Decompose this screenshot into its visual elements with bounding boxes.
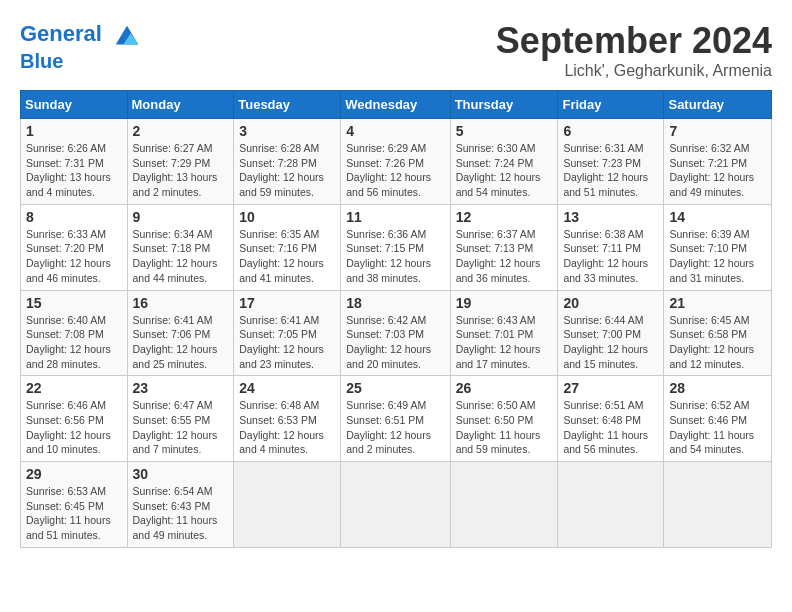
day-info: Sunrise: 6:54 AMSunset: 6:43 PMDaylight:… xyxy=(133,484,229,543)
page-header: General Blue September 2024 Lichk', Gegh… xyxy=(20,20,772,80)
calendar-cell xyxy=(450,462,558,548)
day-info: Sunrise: 6:35 AMSunset: 7:16 PMDaylight:… xyxy=(239,227,335,286)
logo: General Blue xyxy=(20,20,142,72)
week-row-0: 1Sunrise: 6:26 AMSunset: 7:31 PMDaylight… xyxy=(21,119,772,205)
day-info: Sunrise: 6:37 AMSunset: 7:13 PMDaylight:… xyxy=(456,227,553,286)
day-number: 4 xyxy=(346,123,444,139)
day-info: Sunrise: 6:33 AMSunset: 7:20 PMDaylight:… xyxy=(26,227,122,286)
day-number: 13 xyxy=(563,209,658,225)
day-number: 20 xyxy=(563,295,658,311)
calendar-cell: 25Sunrise: 6:49 AMSunset: 6:51 PMDayligh… xyxy=(341,376,450,462)
calendar-cell: 3Sunrise: 6:28 AMSunset: 7:28 PMDaylight… xyxy=(234,119,341,205)
day-number: 16 xyxy=(133,295,229,311)
calendar-cell: 19Sunrise: 6:43 AMSunset: 7:01 PMDayligh… xyxy=(450,290,558,376)
day-info: Sunrise: 6:26 AMSunset: 7:31 PMDaylight:… xyxy=(26,141,122,200)
day-info: Sunrise: 6:52 AMSunset: 6:46 PMDaylight:… xyxy=(669,398,766,457)
day-info: Sunrise: 6:41 AMSunset: 7:05 PMDaylight:… xyxy=(239,313,335,372)
day-info: Sunrise: 6:48 AMSunset: 6:53 PMDaylight:… xyxy=(239,398,335,457)
logo-icon xyxy=(112,20,142,50)
day-number: 5 xyxy=(456,123,553,139)
day-info: Sunrise: 6:28 AMSunset: 7:28 PMDaylight:… xyxy=(239,141,335,200)
calendar-cell: 14Sunrise: 6:39 AMSunset: 7:10 PMDayligh… xyxy=(664,204,772,290)
day-info: Sunrise: 6:50 AMSunset: 6:50 PMDaylight:… xyxy=(456,398,553,457)
calendar-cell: 15Sunrise: 6:40 AMSunset: 7:08 PMDayligh… xyxy=(21,290,128,376)
calendar-cell: 26Sunrise: 6:50 AMSunset: 6:50 PMDayligh… xyxy=(450,376,558,462)
day-number: 22 xyxy=(26,380,122,396)
day-number: 18 xyxy=(346,295,444,311)
day-info: Sunrise: 6:53 AMSunset: 6:45 PMDaylight:… xyxy=(26,484,122,543)
calendar-cell: 7Sunrise: 6:32 AMSunset: 7:21 PMDaylight… xyxy=(664,119,772,205)
calendar-cell: 30Sunrise: 6:54 AMSunset: 6:43 PMDayligh… xyxy=(127,462,234,548)
day-info: Sunrise: 6:34 AMSunset: 7:18 PMDaylight:… xyxy=(133,227,229,286)
calendar-cell: 11Sunrise: 6:36 AMSunset: 7:15 PMDayligh… xyxy=(341,204,450,290)
day-info: Sunrise: 6:30 AMSunset: 7:24 PMDaylight:… xyxy=(456,141,553,200)
calendar-cell: 10Sunrise: 6:35 AMSunset: 7:16 PMDayligh… xyxy=(234,204,341,290)
header-sunday: Sunday xyxy=(21,91,128,119)
day-number: 3 xyxy=(239,123,335,139)
header-saturday: Saturday xyxy=(664,91,772,119)
calendar-cell: 12Sunrise: 6:37 AMSunset: 7:13 PMDayligh… xyxy=(450,204,558,290)
calendar-cell: 28Sunrise: 6:52 AMSunset: 6:46 PMDayligh… xyxy=(664,376,772,462)
day-info: Sunrise: 6:31 AMSunset: 7:23 PMDaylight:… xyxy=(563,141,658,200)
day-info: Sunrise: 6:29 AMSunset: 7:26 PMDaylight:… xyxy=(346,141,444,200)
day-info: Sunrise: 6:45 AMSunset: 6:58 PMDaylight:… xyxy=(669,313,766,372)
day-info: Sunrise: 6:47 AMSunset: 6:55 PMDaylight:… xyxy=(133,398,229,457)
calendar-cell xyxy=(558,462,664,548)
header-wednesday: Wednesday xyxy=(341,91,450,119)
day-number: 8 xyxy=(26,209,122,225)
header-monday: Monday xyxy=(127,91,234,119)
day-number: 2 xyxy=(133,123,229,139)
day-info: Sunrise: 6:46 AMSunset: 6:56 PMDaylight:… xyxy=(26,398,122,457)
calendar-cell xyxy=(234,462,341,548)
day-info: Sunrise: 6:39 AMSunset: 7:10 PMDaylight:… xyxy=(669,227,766,286)
week-row-4: 29Sunrise: 6:53 AMSunset: 6:45 PMDayligh… xyxy=(21,462,772,548)
calendar-cell: 2Sunrise: 6:27 AMSunset: 7:29 PMDaylight… xyxy=(127,119,234,205)
calendar-body: 1Sunrise: 6:26 AMSunset: 7:31 PMDaylight… xyxy=(21,119,772,548)
week-row-1: 8Sunrise: 6:33 AMSunset: 7:20 PMDaylight… xyxy=(21,204,772,290)
logo-line2: Blue xyxy=(20,50,142,72)
week-row-3: 22Sunrise: 6:46 AMSunset: 6:56 PMDayligh… xyxy=(21,376,772,462)
header-thursday: Thursday xyxy=(450,91,558,119)
day-number: 17 xyxy=(239,295,335,311)
logo-text: General xyxy=(20,20,142,50)
calendar-cell: 24Sunrise: 6:48 AMSunset: 6:53 PMDayligh… xyxy=(234,376,341,462)
day-info: Sunrise: 6:27 AMSunset: 7:29 PMDaylight:… xyxy=(133,141,229,200)
day-number: 14 xyxy=(669,209,766,225)
calendar-cell xyxy=(341,462,450,548)
day-info: Sunrise: 6:38 AMSunset: 7:11 PMDaylight:… xyxy=(563,227,658,286)
day-info: Sunrise: 6:36 AMSunset: 7:15 PMDaylight:… xyxy=(346,227,444,286)
calendar-cell: 13Sunrise: 6:38 AMSunset: 7:11 PMDayligh… xyxy=(558,204,664,290)
calendar-cell: 8Sunrise: 6:33 AMSunset: 7:20 PMDaylight… xyxy=(21,204,128,290)
day-number: 29 xyxy=(26,466,122,482)
day-number: 1 xyxy=(26,123,122,139)
calendar-cell: 27Sunrise: 6:51 AMSunset: 6:48 PMDayligh… xyxy=(558,376,664,462)
day-info: Sunrise: 6:49 AMSunset: 6:51 PMDaylight:… xyxy=(346,398,444,457)
title-section: September 2024 Lichk', Gegharkunik, Arme… xyxy=(496,20,772,80)
day-info: Sunrise: 6:40 AMSunset: 7:08 PMDaylight:… xyxy=(26,313,122,372)
calendar-cell: 4Sunrise: 6:29 AMSunset: 7:26 PMDaylight… xyxy=(341,119,450,205)
day-number: 23 xyxy=(133,380,229,396)
calendar-cell: 23Sunrise: 6:47 AMSunset: 6:55 PMDayligh… xyxy=(127,376,234,462)
location-title: Lichk', Gegharkunik, Armenia xyxy=(496,62,772,80)
calendar-cell xyxy=(664,462,772,548)
day-number: 30 xyxy=(133,466,229,482)
day-number: 24 xyxy=(239,380,335,396)
calendar-cell: 5Sunrise: 6:30 AMSunset: 7:24 PMDaylight… xyxy=(450,119,558,205)
day-info: Sunrise: 6:42 AMSunset: 7:03 PMDaylight:… xyxy=(346,313,444,372)
day-number: 27 xyxy=(563,380,658,396)
calendar-cell: 22Sunrise: 6:46 AMSunset: 6:56 PMDayligh… xyxy=(21,376,128,462)
header-friday: Friday xyxy=(558,91,664,119)
day-number: 25 xyxy=(346,380,444,396)
day-number: 21 xyxy=(669,295,766,311)
month-title: September 2024 xyxy=(496,20,772,62)
day-info: Sunrise: 6:32 AMSunset: 7:21 PMDaylight:… xyxy=(669,141,766,200)
calendar-cell: 21Sunrise: 6:45 AMSunset: 6:58 PMDayligh… xyxy=(664,290,772,376)
day-info: Sunrise: 6:41 AMSunset: 7:06 PMDaylight:… xyxy=(133,313,229,372)
calendar-cell: 17Sunrise: 6:41 AMSunset: 7:05 PMDayligh… xyxy=(234,290,341,376)
day-number: 10 xyxy=(239,209,335,225)
calendar-cell: 18Sunrise: 6:42 AMSunset: 7:03 PMDayligh… xyxy=(341,290,450,376)
calendar-cell: 20Sunrise: 6:44 AMSunset: 7:00 PMDayligh… xyxy=(558,290,664,376)
week-row-2: 15Sunrise: 6:40 AMSunset: 7:08 PMDayligh… xyxy=(21,290,772,376)
calendar-cell: 9Sunrise: 6:34 AMSunset: 7:18 PMDaylight… xyxy=(127,204,234,290)
calendar-cell: 29Sunrise: 6:53 AMSunset: 6:45 PMDayligh… xyxy=(21,462,128,548)
